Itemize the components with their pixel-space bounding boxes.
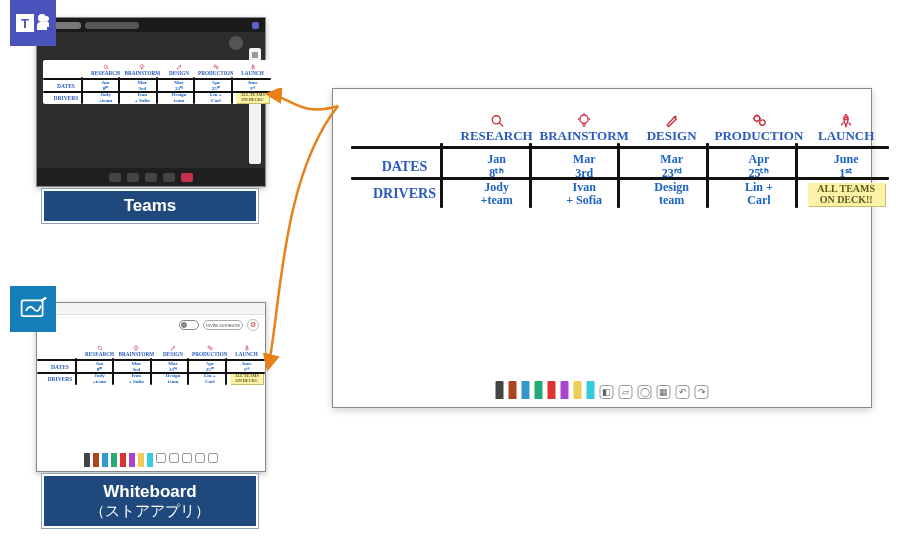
- pen-black-icon[interactable]: [496, 381, 504, 399]
- highlighter-yellow-icon[interactable]: [574, 381, 582, 399]
- ruler-icon[interactable]: ▱: [619, 385, 633, 399]
- date-design: Mar23ʳᵈ: [155, 361, 192, 372]
- teams-thumbnail: RESEARCHBRAINSTORMDESIGNPRODUCTIONLAUNCH…: [36, 17, 266, 187]
- driver-design: Designteam: [629, 181, 715, 209]
- driver-research: Jody+team: [454, 181, 540, 209]
- whiteboard-thumbnail: Invite someone ⚙ RESEARCHBRAINSTORMDESIG…: [36, 302, 266, 472]
- col-header-launch: LAUNCH: [234, 60, 271, 80]
- sticky-note: ALL TEAMS ON DECK!!: [230, 373, 263, 384]
- teams-thumb-board: RESEARCHBRAINSTORMDESIGNPRODUCTIONLAUNCH…: [43, 60, 271, 104]
- pen-purple-icon[interactable]: [561, 381, 569, 399]
- date-production: Apr25ᵗʰ: [191, 361, 228, 372]
- wb-thumb-board: RESEARCHBRAINSTORMDESIGNPRODUCTIONLAUNCH…: [37, 341, 265, 385]
- col-header-production: PRODUCTION: [191, 341, 228, 361]
- tool-tray-big[interactable]: ◧ ▱ ◯ ▦ ↶ ↷: [496, 381, 709, 399]
- date-design: Mar23ʳᵈ: [161, 80, 198, 91]
- teams-label: Teams: [42, 189, 258, 223]
- date-launch: June1ˢᵗ: [228, 361, 265, 372]
- pen-brown-icon[interactable]: [509, 381, 517, 399]
- col-header-design: DESIGN: [161, 60, 198, 80]
- driver-launch: ALL TEAMS ON DECK!!: [228, 372, 265, 385]
- eraser-icon[interactable]: ◧: [600, 385, 614, 399]
- highlighter-teal-icon[interactable]: [587, 381, 595, 399]
- teams-logo: T: [10, 0, 56, 46]
- pen-blue-icon[interactable]: [522, 381, 530, 399]
- lasso-icon[interactable]: ◯: [638, 385, 652, 399]
- driver-design: Designteam: [155, 372, 192, 385]
- driver-launch: ALL TEAMS ON DECK!!: [234, 91, 271, 104]
- toggle-icon: [179, 320, 199, 330]
- driver-design: Designteam: [161, 91, 198, 104]
- invite-pill: Invite someone: [203, 320, 243, 330]
- sticky-note: ALL TEAMS ON DECK!!: [808, 183, 885, 206]
- row-label-drivers: DRIVERS: [351, 181, 454, 209]
- whiteboard-logo: [10, 286, 56, 332]
- date-production: Apr25ᵗʰ: [197, 80, 234, 91]
- driver-production: Lin +Carl: [197, 91, 234, 104]
- col-header-production: PRODUCTION: [197, 60, 234, 80]
- pen-red-icon[interactable]: [548, 381, 556, 399]
- date-launch: June1ˢᵗ: [234, 80, 271, 91]
- big-board: RESEARCHBRAINSTORMDESIGNPRODUCTIONLAUNCH…: [351, 103, 889, 208]
- settings-icon: ⚙: [247, 319, 259, 331]
- driver-brainstorm: Ivan+ Sofia: [539, 181, 628, 209]
- undo-icon[interactable]: ↶: [676, 385, 690, 399]
- driver-production: Lin +Carl: [714, 181, 803, 209]
- big-whiteboard: RESEARCHBRAINSTORMDESIGNPRODUCTIONLAUNCH…: [332, 88, 872, 408]
- sticky-note: ALL TEAMS ON DECK!!: [236, 92, 269, 103]
- tool-tray-thumb: [84, 453, 218, 467]
- whiteboard-label: Whiteboard （ストアアプリ）: [42, 474, 258, 528]
- add-icon[interactable]: ▦: [657, 385, 671, 399]
- col-header-launch: LAUNCH: [228, 341, 265, 361]
- driver-production: Lin +Carl: [191, 372, 228, 385]
- redo-icon[interactable]: ↷: [695, 385, 709, 399]
- driver-launch: ALL TEAMS ON DECK!!: [803, 181, 889, 209]
- pen-green-icon[interactable]: [535, 381, 543, 399]
- col-header-design: DESIGN: [155, 341, 192, 361]
